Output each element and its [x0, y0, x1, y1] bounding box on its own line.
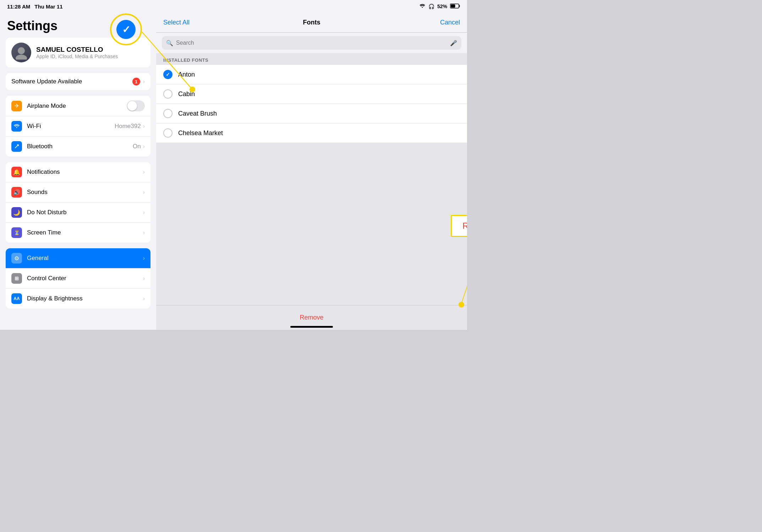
search-bar[interactable]: 🔍 🎤	[162, 36, 461, 50]
profile-subtitle: Apple ID, iCloud, Media & Purchases	[36, 54, 118, 59]
preferences-group: ⚙ General › ⊞ Control Center › AA Displa…	[6, 248, 150, 309]
wifi-status-icon	[419, 4, 426, 10]
status-time: 11:28 AM	[7, 4, 30, 10]
battery-icon	[450, 4, 460, 10]
bluetooth-value: On	[133, 143, 141, 150]
bottom-bar: Remove	[156, 305, 467, 330]
profile-card[interactable]: SAMUEL COSTELLO Apple ID, iCloud, Media …	[6, 38, 150, 67]
sounds-label: Sounds	[27, 189, 143, 196]
donotdisturb-label: Do Not Disturb	[27, 209, 143, 216]
fonts-title: Fonts	[192, 19, 432, 26]
avatar	[11, 43, 31, 62]
system-group: 🔔 Notifications › 🔊 Sounds › 🌙 Do Not Di…	[6, 162, 150, 243]
bluetooth-chevron: ›	[143, 143, 145, 150]
font-name-caveat-brush: Caveat Brush	[178, 110, 217, 117]
wifi-value: Home392	[115, 123, 141, 130]
fonts-list-group: Anton Cabin Caveat Brush Chelsea Market	[156, 65, 467, 143]
airplane-toggle[interactable]	[127, 100, 145, 111]
screentime-chevron: ›	[143, 229, 145, 236]
svg-point-3	[18, 47, 25, 54]
general-label: General	[27, 255, 143, 262]
displaybrightness-row[interactable]: AA Display & Brightness ›	[6, 289, 150, 309]
general-row[interactable]: ⚙ General ›	[6, 248, 150, 268]
home-indicator	[290, 326, 333, 328]
headphones-status-icon: 🎧	[428, 4, 434, 9]
screentime-icon: ⏳	[11, 227, 22, 238]
status-date: Thu Mar 11	[34, 4, 62, 10]
sounds-row[interactable]: 🔊 Sounds ›	[6, 182, 150, 203]
software-update-label: Software Update Available	[11, 78, 132, 85]
airplane-mode-row[interactable]: ✈ Airplane Mode	[6, 96, 150, 116]
screentime-row[interactable]: ⏳ Screen Time ›	[6, 223, 150, 243]
battery-status: 52%	[437, 4, 447, 9]
software-update-group: Software Update Available 1 ›	[6, 73, 150, 90]
font-name-chelsea-market: Chelsea Market	[178, 129, 223, 137]
general-icon: ⚙	[11, 253, 22, 264]
donotdisturb-chevron: ›	[143, 209, 145, 216]
controlcenter-chevron: ›	[143, 275, 145, 282]
select-all-button[interactable]: Select All	[163, 19, 192, 26]
svg-rect-1	[459, 5, 460, 7]
donotdisturb-row[interactable]: 🌙 Do Not Disturb ›	[6, 203, 150, 223]
wifi-icon	[11, 121, 22, 132]
screentime-label: Screen Time	[27, 229, 143, 236]
controlcenter-icon: ⊞	[11, 273, 22, 284]
wifi-row[interactable]: Wi-Fi Home392 ›	[6, 116, 150, 137]
font-radio-chelsea-market[interactable]	[163, 128, 172, 138]
fonts-header: Select All Fonts Cancel	[156, 13, 467, 33]
status-bar: 11:28 AM Thu Mar 11 🎧 52%	[0, 0, 467, 13]
profile-info: SAMUEL COSTELLO Apple ID, iCloud, Media …	[36, 46, 118, 59]
font-item-cabin[interactable]: Cabin	[156, 84, 467, 104]
microphone-icon[interactable]: 🎤	[450, 40, 457, 46]
controlcenter-row[interactable]: ⊞ Control Center ›	[6, 268, 150, 289]
sidebar-title: Settings	[0, 13, 156, 38]
airplane-mode-label: Airplane Mode	[27, 102, 127, 110]
search-container: 🔍 🎤	[156, 33, 467, 53]
font-name-anton: Anton	[178, 71, 195, 78]
bluetooth-row[interactable]: ⭧ Bluetooth On ›	[6, 137, 150, 156]
font-item-anton[interactable]: Anton	[156, 65, 467, 84]
software-update-chevron: ›	[143, 78, 145, 85]
wifi-label: Wi-Fi	[27, 123, 115, 130]
notifications-row[interactable]: 🔔 Notifications ›	[6, 162, 150, 182]
fonts-section-header: INSTALLED FONTS	[156, 53, 467, 65]
connectivity-group: ✈ Airplane Mode Wi-Fi Home392 › ⭧ Blu	[6, 96, 150, 156]
wifi-chevron: ›	[143, 123, 145, 129]
displaybrightness-chevron: ›	[143, 295, 145, 302]
notifications-chevron: ›	[143, 169, 145, 175]
search-icon: 🔍	[166, 40, 173, 46]
airplane-icon: ✈	[11, 101, 22, 111]
fonts-list: INSTALLED FONTS Anton Cabin Caveat Brush	[156, 53, 467, 305]
sounds-icon: 🔊	[11, 187, 22, 198]
search-input[interactable]	[176, 40, 447, 46]
general-chevron: ›	[143, 255, 145, 261]
software-update-row[interactable]: Software Update Available 1 ›	[6, 73, 150, 90]
software-update-badge: 1	[132, 78, 140, 85]
sounds-chevron: ›	[143, 189, 145, 195]
displaybrightness-icon: AA	[11, 293, 22, 304]
displaybrightness-label: Display & Brightness	[27, 295, 143, 302]
donotdisturb-icon: 🌙	[11, 207, 22, 218]
font-item-caveat-brush[interactable]: Caveat Brush	[156, 104, 467, 123]
svg-rect-2	[451, 4, 455, 7]
font-radio-cabin[interactable]	[163, 89, 172, 99]
bluetooth-label: Bluetooth	[27, 143, 133, 150]
notifications-icon: 🔔	[11, 167, 22, 177]
fonts-panel: Select All Fonts Cancel 🔍 🎤 INSTALLED FO…	[156, 13, 467, 330]
profile-name: SAMUEL COSTELLO	[36, 46, 118, 54]
bluetooth-icon: ⭧	[11, 141, 22, 152]
font-item-chelsea-market[interactable]: Chelsea Market	[156, 123, 467, 143]
font-radio-anton[interactable]	[163, 70, 172, 79]
cancel-button[interactable]: Cancel	[432, 19, 460, 26]
sidebar: ✓ Settings SAMUEL COSTELLO Apple ID, iCl…	[0, 13, 156, 330]
svg-point-4	[16, 55, 27, 60]
font-name-cabin: Cabin	[178, 90, 195, 98]
font-radio-caveat-brush[interactable]	[163, 109, 172, 118]
remove-button[interactable]: Remove	[300, 314, 323, 321]
controlcenter-label: Control Center	[27, 275, 143, 282]
notifications-label: Notifications	[27, 168, 143, 176]
